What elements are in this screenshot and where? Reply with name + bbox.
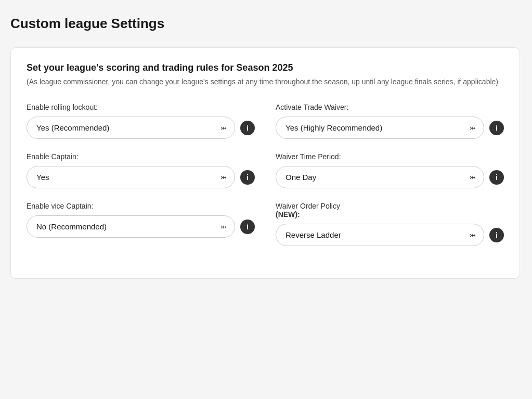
setting-group-rolling-lockout: Enable rolling lockout: Yes (Recommended…: [27, 103, 255, 139]
info-button-waiver-order-policy[interactable]: i: [489, 228, 504, 242]
select-row-captain: YesNo ⤔ i: [27, 166, 255, 188]
select-wrapper-waiver-time-period: One DayTwo DaysThree Days ⤔: [276, 166, 484, 188]
setting-group-trade-waiver: Activate Trade Waiver: Yes (Highly Recom…: [276, 103, 504, 139]
settings-grid: Enable rolling lockout: Yes (Recommended…: [27, 103, 504, 260]
select-wrapper-captain: YesNo ⤔: [27, 166, 235, 188]
select-waiver-time-period[interactable]: One DayTwo DaysThree Days: [276, 166, 484, 188]
label-vice-captain: Enable vice Captain:: [27, 202, 255, 210]
label-waiver-order-policy-part2: (NEW):: [276, 210, 300, 218]
info-button-captain[interactable]: i: [240, 170, 255, 185]
select-wrapper-trade-waiver: Yes (Highly Recommended)No ⤔: [276, 117, 484, 139]
label-waiver-order-policy-part1: Waiver Order Policy: [276, 202, 340, 210]
select-row-rolling-lockout: Yes (Recommended)No ⤔ i: [27, 117, 255, 139]
info-button-rolling-lockout[interactable]: i: [240, 121, 255, 135]
setting-group-captain: Enable Captain: YesNo ⤔ i: [27, 152, 255, 188]
label-waiver-order-policy: Waiver Order Policy (NEW):: [276, 202, 504, 218]
select-wrapper-vice-captain: No (Recommended)Yes ⤔: [27, 215, 235, 238]
select-row-waiver-order-policy: Reverse LadderStandard ⤔ i: [276, 224, 504, 246]
select-rolling-lockout[interactable]: Yes (Recommended)No: [27, 117, 235, 139]
page-title: Custom league Settings: [10, 10, 522, 37]
info-button-vice-captain[interactable]: i: [240, 220, 255, 234]
settings-card: Set your league's scoring and trading ru…: [10, 47, 520, 279]
select-wrapper-waiver-order-policy: Reverse LadderStandard ⤔: [276, 224, 484, 246]
label-rolling-lockout: Enable rolling lockout:: [27, 103, 255, 111]
label-waiver-time-period: Waiver Time Period:: [276, 152, 504, 161]
label-captain: Enable Captain:: [27, 152, 255, 161]
select-vice-captain[interactable]: No (Recommended)Yes: [27, 215, 235, 238]
setting-group-waiver-order-policy: Waiver Order Policy (NEW): Reverse Ladde…: [276, 202, 504, 246]
select-row-trade-waiver: Yes (Highly Recommended)No ⤔ i: [276, 117, 504, 139]
card-header-title: Set your league's scoring and trading ru…: [27, 62, 504, 73]
label-trade-waiver: Activate Trade Waiver:: [276, 103, 504, 111]
setting-group-vice-captain: Enable vice Captain: No (Recommended)Yes…: [27, 202, 255, 246]
card-header-subtitle: (As league commissioner, you can change …: [27, 76, 504, 87]
select-row-waiver-time-period: One DayTwo DaysThree Days ⤔ i: [276, 166, 504, 188]
select-trade-waiver[interactable]: Yes (Highly Recommended)No: [276, 117, 484, 139]
select-wrapper-rolling-lockout: Yes (Recommended)No ⤔: [27, 117, 235, 139]
info-button-trade-waiver[interactable]: i: [489, 121, 504, 135]
setting-group-waiver-time-period: Waiver Time Period: One DayTwo DaysThree…: [276, 152, 504, 188]
select-captain[interactable]: YesNo: [27, 166, 235, 188]
info-button-waiver-time-period[interactable]: i: [489, 170, 504, 185]
select-waiver-order-policy[interactable]: Reverse LadderStandard: [276, 224, 484, 246]
select-row-vice-captain: No (Recommended)Yes ⤔ i: [27, 215, 255, 238]
